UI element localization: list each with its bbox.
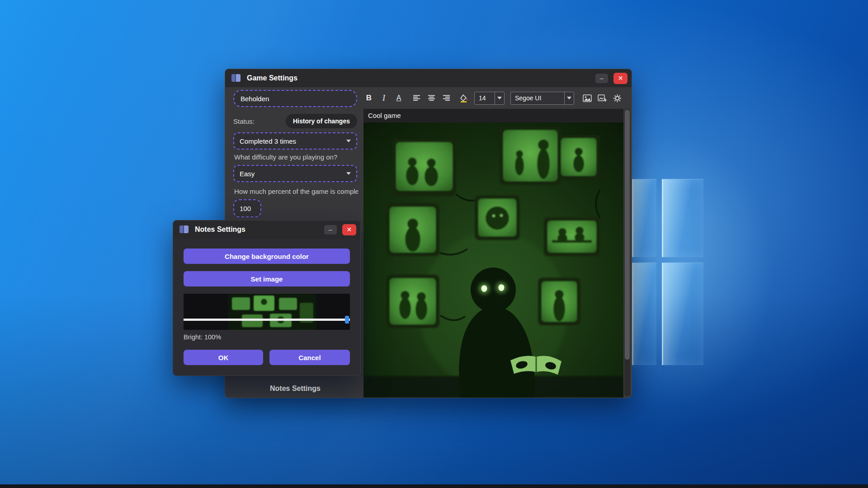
windows-logo-pane — [662, 179, 703, 257]
window-title: Notes Settings — [195, 225, 319, 234]
history-of-changes-button[interactable]: History of changes — [286, 114, 357, 128]
close-button[interactable]: ✕ — [613, 73, 627, 84]
notes-settings-button[interactable]: Notes Settings — [233, 381, 357, 396]
font-size-combobox[interactable]: 14 — [474, 92, 505, 105]
taskbar[interactable] — [0, 484, 868, 488]
brightness-slider-thumb[interactable] — [345, 316, 349, 324]
fill-color-button[interactable] — [459, 92, 468, 104]
history-of-changes-label: History of changes — [293, 117, 350, 125]
brightness-label: Bright: 100% — [184, 333, 221, 341]
window-title: Game Settings — [247, 74, 590, 82]
ok-button[interactable]: OK — [184, 350, 263, 365]
italic-button[interactable]: I — [379, 92, 388, 104]
percent-input[interactable] — [233, 199, 261, 217]
gear-icon[interactable] — [613, 92, 622, 104]
difficulty-label: What difficulty are you playing on? — [234, 153, 337, 161]
preview-image — [228, 294, 316, 330]
game-name-input[interactable] — [233, 90, 357, 107]
notes-settings-button-label: Notes Settings — [270, 385, 321, 393]
editor-text: Cool game — [368, 112, 401, 119]
scrollbar-thumb[interactable] — [625, 110, 630, 360]
chevron-down-icon — [495, 92, 504, 104]
ok-label: OK — [218, 354, 229, 361]
editor-toolbar: B I A 14 — [364, 90, 623, 106]
cancel-button[interactable]: Cancel — [269, 350, 350, 365]
insert-frame-button[interactable] — [598, 92, 607, 104]
notes-settings-window: Notes Settings – ✕ Change background col… — [173, 220, 361, 376]
chevron-down-icon — [346, 140, 351, 142]
close-icon: ✕ — [347, 226, 352, 233]
bold-button[interactable]: B — [364, 92, 373, 104]
game-settings-titlebar[interactable]: Game Settings – ✕ — [225, 69, 632, 87]
close-icon: ✕ — [618, 75, 623, 82]
note-image — [363, 122, 623, 398]
app-icon — [179, 224, 189, 235]
insert-image-button[interactable] — [583, 92, 592, 104]
status-label: Status: — [233, 117, 255, 125]
windows-logo-pane — [632, 179, 656, 257]
windows-logo-pane — [662, 263, 703, 365]
minimize-button[interactable]: – — [324, 225, 337, 235]
align-left-button[interactable] — [412, 92, 421, 104]
minimize-icon: – — [600, 75, 604, 81]
set-image-button[interactable]: Set image — [184, 271, 350, 286]
align-center-button[interactable] — [427, 92, 436, 104]
font-family-combobox[interactable]: Segoe UI — [510, 92, 574, 105]
notes-editor[interactable]: Cool game — [363, 109, 623, 398]
close-button[interactable]: ✕ — [342, 224, 356, 235]
app-icon — [231, 73, 241, 84]
windows-logo-pane — [632, 263, 656, 365]
status-dropdown-value: Completed 3 times — [240, 137, 296, 145]
underline-button[interactable]: A — [394, 92, 403, 104]
windows-logo — [632, 179, 703, 365]
chevron-down-icon — [346, 172, 351, 175]
status-dropdown[interactable]: Completed 3 times — [233, 132, 357, 150]
cancel-label: Cancel — [298, 354, 321, 361]
notes-settings-titlebar[interactable]: Notes Settings – ✕ — [173, 221, 360, 239]
chevron-down-icon — [564, 92, 574, 104]
percent-label: How much percent of the game is complete… — [234, 188, 358, 195]
minimize-icon: – — [329, 226, 332, 233]
brightness-slider-track[interactable] — [184, 319, 350, 321]
change-background-color-button[interactable]: Change background color — [184, 249, 350, 264]
font-family-value: Segoe UI — [511, 92, 564, 104]
set-image-label: Set image — [251, 275, 283, 283]
change-background-color-label: Change background color — [225, 253, 309, 260]
editor-scrollbar[interactable] — [624, 109, 630, 396]
font-size-value: 14 — [475, 92, 495, 104]
difficulty-dropdown-value: Easy — [240, 170, 255, 178]
align-right-button[interactable] — [442, 92, 451, 104]
minimize-button[interactable]: – — [595, 74, 608, 83]
difficulty-dropdown[interactable]: Easy — [233, 165, 357, 182]
image-brightness-preview — [184, 294, 350, 330]
